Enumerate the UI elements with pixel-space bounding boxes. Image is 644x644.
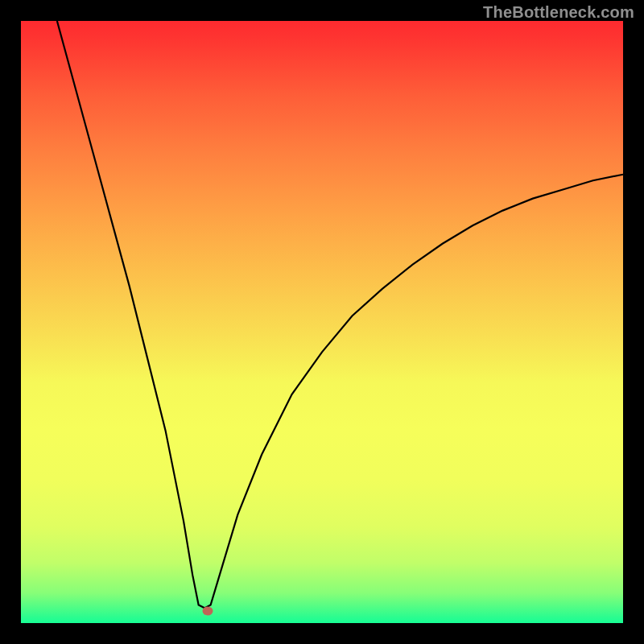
bottleneck-curve	[21, 21, 623, 623]
current-point-marker	[202, 607, 213, 616]
plot-area	[21, 21, 623, 623]
chart-frame: TheBottleneck.com	[0, 0, 644, 644]
watermark-text: TheBottleneck.com	[483, 3, 634, 22]
